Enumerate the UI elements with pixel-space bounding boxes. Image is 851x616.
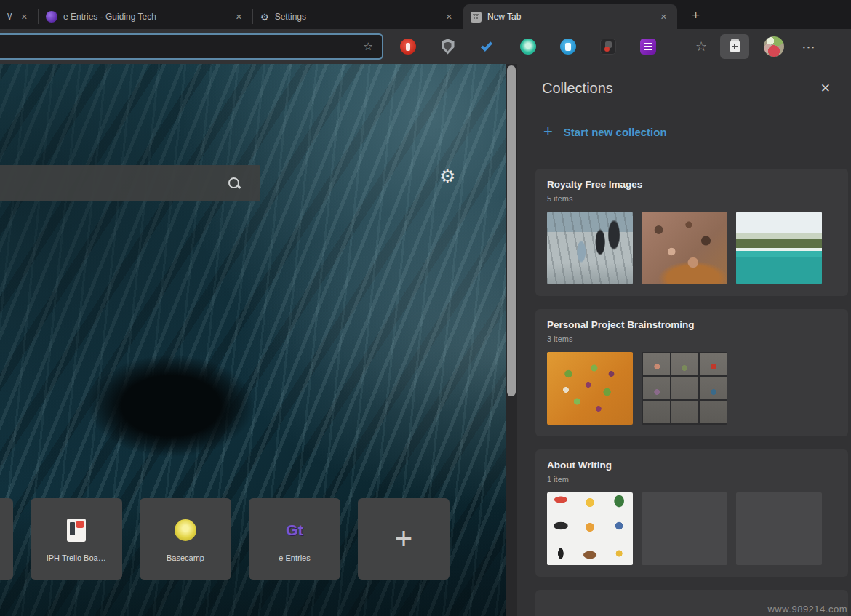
teal-circle-extension-icon[interactable] (519, 38, 537, 56)
collections-toolbar-button[interactable] (720, 34, 749, 59)
collection-item-count: 1 item (547, 475, 836, 484)
shortcut-tile-basecamp[interactable]: Basecamp (140, 498, 231, 580)
search-icon (228, 177, 240, 189)
guiding-tech-icon: Gt (286, 521, 303, 539)
purple-note-extension-icon[interactable] (639, 38, 657, 56)
shortcut-label: iPH Trello Boa… (47, 553, 105, 562)
plus-icon: + (395, 498, 413, 580)
ntp-search-box[interactable] (0, 165, 260, 201)
plus-icon: + (543, 124, 553, 140)
tab-close-icon[interactable]: ✕ (233, 11, 245, 23)
new-tab-page: ⚙ iPH Trello Boa… Basecamp Gt e En (0, 64, 506, 616)
boardwalk-people-photo[interactable] (547, 212, 633, 284)
red-badge-extension-icon[interactable] (399, 38, 417, 56)
close-icon[interactable]: ✕ (820, 81, 831, 96)
rock-texture-photo[interactable] (642, 212, 727, 284)
shortcut-tiles: iPH Trello Boa… Basecamp Gt e Entries + (0, 498, 450, 580)
shortcut-label: e Entries (279, 553, 310, 562)
shield-extension-icon[interactable] (439, 38, 457, 56)
tab-label: W… (7, 12, 12, 22)
lake-landscape-photo[interactable] (736, 212, 822, 284)
empty-thumb-slot (736, 492, 822, 565)
collection-card-personal-project-brainstroming[interactable]: Personal Project Brainstroming 3 items (535, 309, 848, 436)
scrollbar-thumb[interactable] (507, 65, 516, 396)
tab-truncated[interactable]: W… ✕ (0, 4, 38, 29)
new-tab-button[interactable]: + (687, 7, 704, 23)
tab-new-tab-active[interactable]: New Tab ✕ (463, 4, 677, 29)
collection-item-count: 5 items (547, 194, 836, 203)
toolbar-separator (679, 39, 679, 55)
collection-title: Personal Project Brainstroming (547, 319, 836, 330)
collection-title: Royalty Free Images (547, 179, 836, 190)
shortcut-tile-cutoff[interactable] (0, 498, 13, 580)
shortcut-tile-entries[interactable]: Gt e Entries (249, 498, 340, 580)
dark-pin-extension-icon[interactable] (599, 38, 617, 56)
collection-card-about-writing[interactable]: About Writing 1 item (535, 449, 848, 577)
more-menu-button[interactable]: ⋯ (802, 39, 816, 55)
trello-board-icon (67, 519, 86, 542)
page-scrollbar[interactable] (506, 64, 517, 616)
tacos-food-photo[interactable] (547, 352, 633, 425)
shortcut-tile-trello[interactable]: iPH Trello Boa… (31, 498, 122, 580)
tab-label: e Entries - Guiding Tech (63, 12, 227, 22)
browser-window: W… ✕ e Entries - Guiding Tech ✕ ⚙ Settin… (0, 0, 851, 616)
watermark-text: www.989214.com (767, 604, 847, 615)
tab-entries-guiding-tech[interactable]: e Entries - Guiding Tech ✕ (39, 4, 252, 29)
collection-item-count: 3 items (547, 335, 836, 343)
toolbar: ☆ ☆ ⋯ (0, 29, 851, 64)
blue-circle-extension-icon[interactable] (559, 38, 577, 56)
start-new-collection-label: Start new collection (564, 126, 667, 138)
collections-header: Collections ✕ (517, 64, 851, 97)
blue-check-extension-icon[interactable] (479, 38, 497, 56)
add-shortcut-tile[interactable]: + (358, 498, 450, 580)
basecamp-circle-icon (175, 519, 196, 541)
collection-card-royalty-free-images[interactable]: Royalty Free Images 5 items (535, 169, 848, 296)
tab-settings[interactable]: ⚙ Settings ✕ (253, 4, 463, 29)
empty-thumb-slot (642, 492, 727, 565)
video-call-grid-photo[interactable] (642, 352, 727, 425)
shopping-site-screenshot[interactable] (547, 492, 633, 565)
favorites-star-icon[interactable]: ☆ (364, 40, 373, 53)
collections-panel: Collections ✕ + Start new collection Roy… (517, 64, 851, 616)
new-tab-favicon (471, 12, 482, 23)
address-input[interactable] (0, 41, 364, 52)
tab-label: New Tab (487, 12, 652, 22)
guiding-tech-favicon (46, 11, 57, 23)
address-bar[interactable]: ☆ (0, 33, 383, 60)
extensions-row (399, 38, 657, 56)
profile-avatar[interactable] (764, 36, 784, 57)
collection-title: About Writing (547, 460, 836, 471)
shortcut-label: Basecamp (167, 553, 204, 562)
tab-close-icon[interactable]: ✕ (18, 11, 31, 23)
favorites-hub-icon[interactable]: ☆ (695, 39, 707, 55)
collections-list: Royalty Free Images 5 items Personal Pro… (517, 169, 851, 616)
person-resting-photo[interactable] (736, 352, 822, 425)
settings-gear-favicon: ⚙ (260, 12, 269, 23)
collections-title: Collections (542, 80, 613, 97)
collections-icon (730, 41, 740, 52)
page-settings-gear-icon[interactable]: ⚙ (439, 167, 455, 185)
start-new-collection-button[interactable]: + Start new collection (543, 124, 851, 140)
content-area: ⚙ iPH Trello Boa… Basecamp Gt e En (0, 64, 851, 616)
tab-close-icon[interactable]: ✕ (658, 11, 670, 23)
tab-close-icon[interactable]: ✕ (443, 11, 455, 23)
tab-bar: W… ✕ e Entries - Guiding Tech ✕ ⚙ Settin… (0, 0, 851, 29)
tab-label: Settings (275, 12, 437, 22)
